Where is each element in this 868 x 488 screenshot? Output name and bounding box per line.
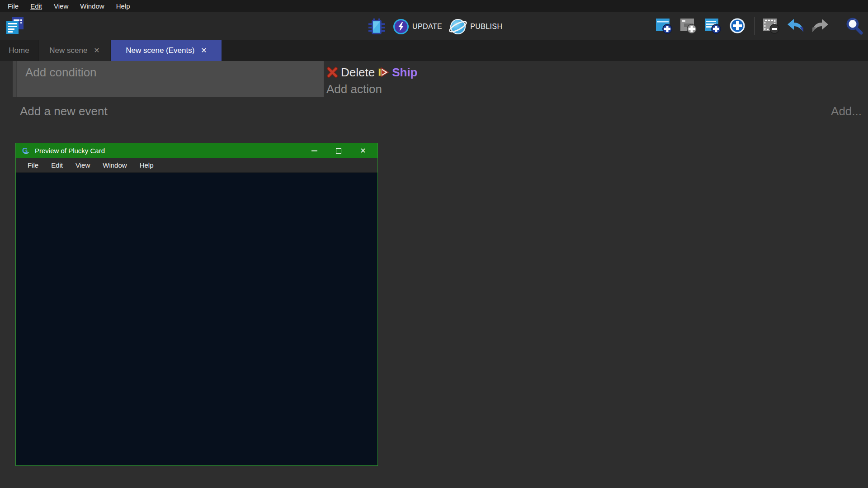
tab-new-scene-label: New scene (49, 46, 87, 55)
close-icon[interactable]: ✕ (359, 147, 367, 155)
add-new-event-button[interactable]: Add a new event (20, 104, 108, 118)
tab-home-label: Home (9, 46, 29, 55)
project-manager-icon[interactable] (5, 15, 25, 36)
tab-new-scene-events[interactable]: New scene (Events) ✕ (111, 40, 222, 61)
menu-help[interactable]: Help (110, 2, 136, 10)
action-item[interactable]: Delete Ship (326, 65, 418, 80)
action-verb: Delete (341, 66, 375, 80)
preview-window-title: Preview of Plucky Card (35, 147, 311, 155)
add-more-button[interactable]: Add... (831, 104, 862, 118)
preview-menu-view[interactable]: View (69, 161, 96, 169)
preview-menu-help[interactable]: Help (133, 161, 160, 169)
toolbar-separator (837, 17, 837, 35)
preview-menu-window[interactable]: Window (96, 161, 133, 169)
debug-icon[interactable] (367, 17, 386, 36)
game-preview-canvas[interactable] (16, 173, 377, 465)
update-label: UPDATE (412, 23, 442, 31)
delete-selection-icon[interactable] (762, 16, 781, 35)
update-lightning-icon (393, 19, 409, 34)
tab-home[interactable]: Home (0, 40, 38, 61)
tab-new-scene[interactable]: New scene ✕ (39, 40, 110, 61)
menu-view[interactable]: View (48, 2, 74, 10)
menu-window[interactable]: Window (74, 2, 110, 10)
preview-menu-edit[interactable]: Edit (45, 161, 69, 169)
main-toolbar: UPDATE PUBLISH (0, 12, 868, 40)
undo-icon[interactable] (786, 16, 805, 35)
delete-action-icon (326, 66, 338, 78)
add-comment-icon[interactable] (703, 16, 722, 35)
event-row: Add condition Delete (13, 61, 868, 97)
menu-edit[interactable]: Edit (24, 2, 48, 10)
publish-button[interactable]: PUBLISH (449, 18, 502, 35)
event-drag-handle[interactable] (13, 61, 17, 97)
ship-object-icon (377, 66, 389, 78)
action-object-name: Ship (392, 66, 417, 80)
maximize-icon[interactable] (335, 147, 342, 155)
tab-close-icon[interactable]: ✕ (201, 47, 207, 54)
redo-icon[interactable] (811, 16, 830, 35)
add-event-icon[interactable] (655, 16, 674, 35)
publish-label: PUBLISH (470, 23, 502, 31)
tab-new-scene-events-label: New scene (Events) (126, 46, 194, 55)
toolbar-separator (754, 17, 755, 35)
preview-window: G Preview of Plucky Card ✕ File Edit Vie… (15, 143, 378, 466)
app-menubar: File Edit View Window Help (0, 0, 868, 12)
update-button[interactable]: UPDATE (393, 19, 442, 34)
menu-file[interactable]: File (2, 2, 24, 10)
tab-close-icon[interactable]: ✕ (94, 47, 99, 54)
add-subevent-icon[interactable] (679, 16, 698, 35)
add-condition-placeholder[interactable]: Add condition (25, 66, 97, 79)
preview-titlebar[interactable]: G Preview of Plucky Card ✕ (16, 143, 377, 158)
publish-globe-icon (449, 18, 467, 35)
gdevelop-logo-icon: G (22, 147, 30, 155)
editor-tabbar: Home New scene ✕ New scene (Events) ✕ (0, 40, 868, 61)
preview-menu-file[interactable]: File (21, 161, 45, 169)
gdevelop-app: File Edit View Window Help (0, 0, 868, 488)
minimize-icon[interactable] (311, 147, 318, 155)
actions-column: Delete Ship Add action (324, 61, 418, 97)
choose-add-event-icon[interactable] (728, 16, 747, 35)
search-icon[interactable] (844, 16, 863, 35)
preview-menubar: File Edit View Window Help (16, 158, 377, 173)
add-action-placeholder[interactable]: Add action (326, 82, 418, 96)
conditions-column[interactable]: Add condition (17, 61, 324, 97)
